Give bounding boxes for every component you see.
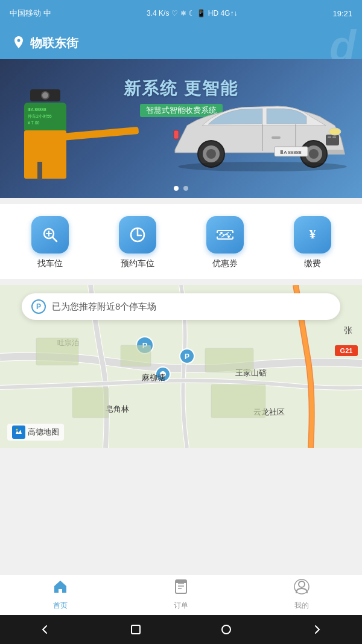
svg-rect-58 (176, 580, 186, 583)
orders-icon (173, 579, 189, 598)
svg-point-30 (227, 235, 230, 238)
home-label: 首页 (53, 601, 68, 611)
svg-rect-6 (272, 136, 281, 139)
svg-point-16 (178, 162, 347, 171)
svg-point-62 (222, 625, 230, 634)
map-search-bar[interactable]: P 已为您推荐附近8个停车场 (22, 293, 340, 320)
action-reserve-parking[interactable]: 预约车位 (119, 216, 156, 269)
svg-rect-15 (174, 130, 179, 139)
back-button[interactable] (33, 617, 57, 642)
svg-point-53 (16, 429, 18, 431)
parking-machine: ⅢA 88888 停车2小时55 ¥ 7.00 (18, 89, 72, 180)
map-search-text: 已为您推荐附近8个停车场 (52, 301, 156, 313)
svg-point-12 (309, 149, 319, 159)
svg-rect-48 (36, 338, 78, 365)
forward-button[interactable] (305, 617, 329, 642)
svg-point-26 (215, 233, 219, 237)
svg-text:ⅢA 88888: ⅢA 88888 (280, 150, 302, 155)
svg-rect-1 (328, 136, 331, 138)
square-button[interactable] (124, 617, 148, 642)
location-name: 物联东街 (30, 35, 78, 51)
system-nav-bar (0, 615, 362, 644)
svg-rect-61 (132, 625, 140, 634)
nav-orders[interactable]: 订单 (121, 575, 241, 615)
svg-text:皂角林: 皂角林 (106, 404, 129, 413)
action-find-parking[interactable]: 找车位 (31, 216, 69, 269)
svg-text:张: 张 (344, 325, 352, 335)
coupon-label: 优惠券 (212, 258, 238, 269)
svg-text:G21: G21 (340, 347, 353, 354)
svg-rect-0 (326, 135, 339, 145)
svg-rect-24 (136, 228, 139, 229)
nav-home[interactable]: 首页 (0, 575, 121, 615)
svg-point-9 (206, 149, 216, 159)
svg-rect-2 (332, 136, 336, 138)
action-coupon[interactable]: 优惠券 (206, 216, 244, 269)
svg-rect-49 (121, 345, 151, 366)
coupon-icon (206, 216, 244, 253)
parking-p-icon: P (31, 299, 46, 314)
svg-rect-51 (72, 387, 109, 418)
svg-text:麻柳塘: 麻柳塘 (142, 373, 165, 382)
orders-label: 订单 (174, 601, 188, 611)
svg-line-18 (52, 237, 57, 241)
map-section: P 已为您推荐附近8个停车场 G21 吐宗 (0, 285, 362, 448)
location-icon (12, 36, 25, 49)
svg-text:P: P (185, 352, 189, 361)
pm-screen: ⅢA 88888 停车2小时55 ¥ 7.00 (24, 103, 66, 130)
action-pay[interactable]: ¥ 缴费 (294, 216, 331, 269)
actions-section: 找车位 预约车位 优惠券 (0, 204, 362, 279)
profile-icon (294, 579, 310, 598)
svg-point-27 (231, 233, 235, 237)
home-icon (52, 579, 68, 598)
status-time: 19:21 (332, 9, 352, 18)
banner-dots (174, 186, 188, 191)
home-button[interactable] (214, 617, 238, 642)
svg-point-59 (299, 581, 305, 587)
pay-icon: ¥ (294, 216, 331, 253)
find-parking-label: 找车位 (37, 258, 63, 269)
status-carrier: 中国移动 中 (10, 8, 51, 19)
status-bar: 中国移动 中 3.4 K/s ♡ ❄ ☾ 📱 HD 4G↑↓ 19:21 (0, 0, 362, 27)
pay-label: 缴费 (304, 258, 321, 269)
svg-rect-50 (205, 348, 253, 372)
dot-1[interactable] (174, 186, 179, 191)
profile-label: 我的 (294, 601, 309, 611)
find-parking-icon (31, 216, 69, 253)
nav-profile[interactable]: 我的 (241, 575, 362, 615)
svg-text:¥: ¥ (309, 226, 316, 241)
reserve-parking-label: 预约车位 (121, 258, 154, 269)
dot-2[interactable] (183, 186, 188, 191)
banner-bg: 新系统 更智能 智慧式智能收费系统 ⅢA 88888 停车2小时55 ¥ 7.0… (0, 59, 362, 198)
svg-point-29 (220, 232, 223, 234)
banner-section: 新系统 更智能 智慧式智能收费系统 ⅢA 88888 停车2小时55 ¥ 7.0… (0, 59, 362, 198)
car-illustration: ⅢA 88888 (157, 89, 350, 186)
status-center: 3.4 K/s ♡ ❄ ☾ 📱 HD 4G↑↓ (147, 9, 237, 18)
amap-logo: 高德地图 (7, 424, 64, 441)
amap-text: 高德地图 (28, 427, 59, 438)
header: 物联东街 d (0, 27, 362, 59)
reserve-parking-icon (119, 216, 156, 253)
bottom-nav: 首页 订单 我的 (0, 574, 362, 615)
svg-point-3 (329, 128, 341, 135)
svg-rect-52 (211, 384, 265, 418)
